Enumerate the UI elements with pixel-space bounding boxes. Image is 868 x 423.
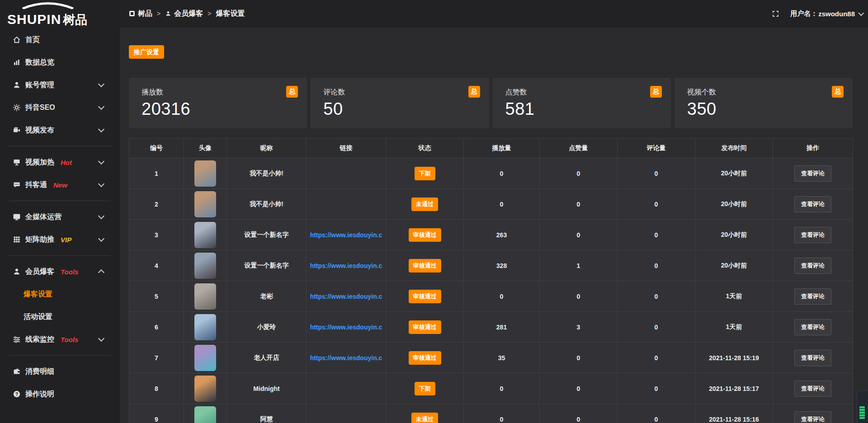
cell-status: 审核通过: [386, 281, 464, 312]
table-row: 7 老人开店 https://www.iesdouyin.c 审核通过 35 0…: [129, 343, 853, 373]
profile-link[interactable]: https://www.iesdouyin.c: [310, 324, 382, 331]
cell-actions: 查看评论: [773, 404, 853, 423]
cell-likes: 3: [540, 312, 618, 343]
profile-link[interactable]: https://www.iesdouyin.c: [310, 231, 382, 239]
cell-status: 审核通过: [386, 343, 464, 373]
view-comments-button[interactable]: 查看评论: [794, 258, 831, 274]
sidebar-item-video-heat[interactable]: 视频加热 Hot: [0, 151, 120, 174]
cell-avatar: [184, 343, 227, 373]
floating-tool-widget[interactable]: [857, 390, 868, 423]
stat-label: 评论数: [323, 88, 480, 97]
page-title: 爆客设置: [216, 9, 245, 19]
sidebar-subitem-activity-settings[interactable]: 活动设置: [0, 306, 120, 328]
view-comments-button[interactable]: 查看评论: [794, 196, 831, 212]
cell-nickname: 老彬: [227, 281, 307, 312]
brand-logo[interactable]: SHUPIN 树品: [0, 0, 120, 28]
profile-link[interactable]: https://www.iesdouyin.c: [310, 354, 382, 362]
cell-status: 下架: [386, 373, 464, 404]
fullscreen-button[interactable]: [772, 10, 779, 18]
sidebar-item-label: 消费明细: [25, 367, 54, 376]
col-status: 状态: [386, 139, 464, 158]
view-comments-button[interactable]: 查看评论: [794, 411, 831, 423]
sidebar-item-home[interactable]: 首页: [0, 28, 120, 51]
cell-actions: 查看评论: [773, 158, 853, 189]
sidebar-item-douyin-seo[interactable]: 抖音SEO: [0, 96, 120, 119]
cell-status: 下架: [386, 158, 464, 189]
cell-avatar: [184, 189, 227, 220]
cell-nickname: 设置一个新名字: [227, 220, 307, 250]
chat-bubble-icon: [13, 181, 21, 189]
cell-actions: 查看评论: [773, 250, 853, 281]
col-link: 链接: [307, 139, 386, 158]
sidebar-item-doketong[interactable]: 抖客通 New: [0, 174, 120, 196]
profile-link[interactable]: https://www.iesdouyin.c: [310, 262, 382, 269]
monitor-icon: [13, 158, 21, 166]
sidebar-item-label: 视频发布: [25, 126, 54, 135]
table-row: 4 设置一个新名字 https://www.iesdouyin.c 审核通过 3…: [129, 250, 853, 281]
col-likes: 点赞量: [540, 139, 618, 158]
cell-nickname: 我不是小帅!: [227, 158, 307, 189]
table-header-row: 编号 头像 昵称 链接 状态 播放量 点赞量 评论量 发布时间 操作: [129, 139, 853, 158]
cell-id: 6: [129, 312, 184, 343]
status-badge: 下架: [415, 167, 435, 180]
sidebar-item-instructions[interactable]: ? 操作说明: [0, 383, 120, 405]
sidebar-subitem-baoke-settings[interactable]: 爆客设置: [0, 283, 120, 306]
cell-comments: 0: [618, 250, 695, 281]
sidebar-divider: [9, 201, 111, 201]
avatar: [194, 160, 216, 187]
view-comments-button[interactable]: 查看评论: [794, 227, 831, 243]
cell-plays: 263: [464, 220, 540, 250]
cell-link: https://www.iesdouyin.c: [307, 312, 386, 343]
user-icon: [165, 10, 171, 17]
view-comments-button[interactable]: 查看评论: [794, 350, 831, 366]
cell-avatar: [184, 373, 227, 404]
stat-label: 播放数: [142, 88, 298, 97]
view-comments-button[interactable]: 查看评论: [794, 165, 831, 182]
cell-plays: 328: [464, 250, 540, 281]
stat-value: 20316: [142, 99, 298, 119]
cell-comments: 0: [618, 220, 695, 250]
table-row: 5 老彬 https://www.iesdouyin.c 审核通过 0 0 0 …: [129, 281, 853, 312]
sidebar-item-matrix-boost[interactable]: 矩阵助推 VIP: [0, 228, 120, 251]
promo-settings-button[interactable]: 推广设置: [129, 45, 164, 59]
grid-icon: [13, 235, 21, 244]
sidebar-item-consumption-detail[interactable]: 消费明细: [0, 360, 120, 383]
sidebar-item-video-publish[interactable]: 视频发布: [0, 119, 120, 141]
sidebar-item-label: 数据总览: [25, 58, 54, 67]
sidebar: SHUPIN 树品 首页 数据总览 账号管理 抖音SEO: [0, 0, 120, 423]
sidebar-item-account-management[interactable]: 账号管理: [0, 74, 120, 96]
user-menu[interactable]: 用户名：zswodun88: [790, 9, 863, 18]
cell-plays: 0: [464, 373, 540, 404]
cell-time: 20小时前: [695, 158, 773, 189]
cell-avatar: [184, 312, 227, 343]
chevron-down-icon: [98, 335, 104, 342]
table-row: 6 小爱玲 https://www.iesdouyin.c 审核通过 281 3…: [129, 312, 853, 343]
cell-nickname: Midnight: [227, 373, 307, 404]
breadcrumb-member-baoke[interactable]: 会员爆客: [165, 9, 203, 19]
view-comments-button[interactable]: 查看评论: [794, 319, 831, 335]
cell-avatar: [184, 250, 227, 281]
cell-likes: 0: [540, 281, 618, 312]
total-badge: 总: [286, 86, 298, 98]
cell-link: [307, 404, 386, 423]
sidebar-item-member-baoke[interactable]: 会员爆客 Tools: [0, 260, 120, 283]
sidebar-item-lead-monitor[interactable]: 线索监控 Tools: [0, 328, 120, 351]
cell-comments: 0: [618, 189, 695, 220]
stat-value: 350: [687, 99, 844, 119]
chevron-down-icon: [98, 235, 104, 242]
breadcrumb-app[interactable]: 树品: [129, 9, 152, 19]
profile-link[interactable]: https://www.iesdouyin.c: [310, 293, 382, 300]
col-id: 编号: [129, 139, 184, 158]
cell-nickname: 小爱玲: [227, 312, 307, 343]
view-comments-button[interactable]: 查看评论: [794, 381, 831, 397]
home-icon: [13, 36, 21, 44]
view-comments-button[interactable]: 查看评论: [794, 288, 831, 305]
sidebar-item-data-overview[interactable]: 数据总览: [0, 51, 120, 74]
sidebar-item-omnimedia[interactable]: 全媒体运营: [0, 206, 120, 228]
stat-card-likes: 点赞数 581 总: [493, 78, 671, 128]
sidebar-item-label: 抖客通: [25, 180, 47, 190]
svg-text:?: ?: [15, 391, 18, 397]
sidebar-divider: [9, 146, 111, 146]
cell-avatar: [184, 220, 227, 250]
cell-likes: 0: [540, 373, 618, 404]
